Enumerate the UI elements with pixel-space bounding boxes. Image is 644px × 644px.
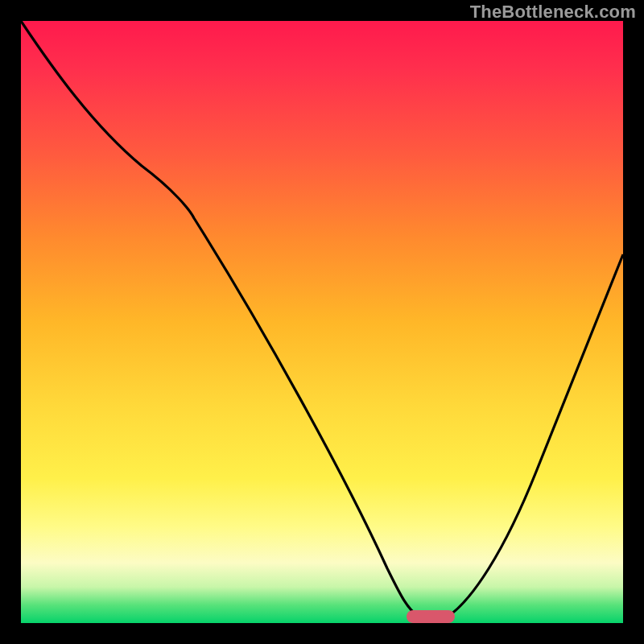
- curve-layer: [21, 21, 623, 623]
- optimum-marker: [407, 610, 455, 623]
- chart-frame: TheBottleneck.com: [0, 0, 644, 644]
- plot-area: [21, 21, 623, 623]
- bottleneck-curve: [21, 21, 623, 617]
- watermark-text: TheBottleneck.com: [470, 2, 636, 23]
